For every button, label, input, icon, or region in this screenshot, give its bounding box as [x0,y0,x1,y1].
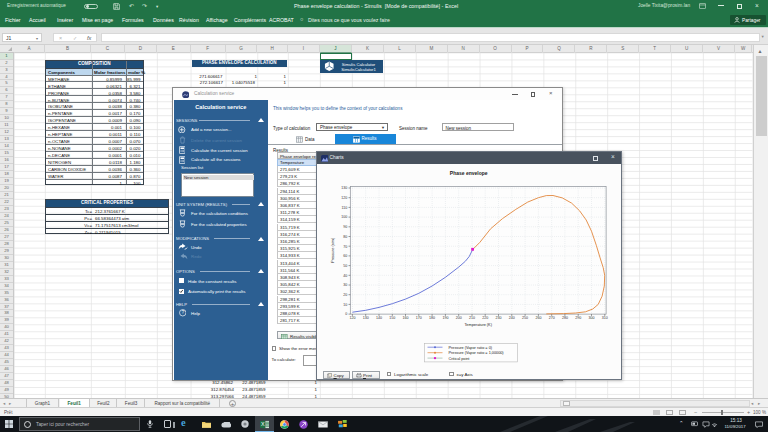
svg-text:Temperature (K): Temperature (K) [464,323,492,327]
svg-text:200: 200 [455,316,461,320]
svg-text:180: 180 [429,316,435,320]
svg-text:Pressure (atm): Pressure (atm) [331,237,335,263]
svg-text:140: 140 [376,316,382,320]
svg-text:120: 120 [341,196,347,200]
svg-text:300: 300 [588,316,594,320]
svg-text:100: 100 [341,215,347,219]
svg-text:270: 270 [548,316,554,320]
svg-text:60: 60 [343,254,347,258]
svg-text:230: 230 [495,316,501,320]
svg-text:50: 50 [343,264,347,268]
svg-text:110: 110 [341,206,347,210]
svg-text:210: 210 [469,316,475,320]
svg-text:120: 120 [349,316,355,320]
svg-text:80: 80 [343,235,347,239]
svg-text:130: 130 [341,186,347,190]
svg-text:240: 240 [508,316,514,320]
svg-text:Pressure (Vapor ratio = 1,0000: Pressure (Vapor ratio = 1,00000) [448,351,504,355]
svg-text:20: 20 [343,293,347,297]
svg-text:Pressure (Vapor ratio = 0): Pressure (Vapor ratio = 0) [448,346,492,350]
svg-text:Critical point: Critical point [448,357,470,361]
svg-text:190: 190 [442,316,448,320]
svg-text:290: 290 [575,316,581,320]
svg-text:?: ? [181,310,184,315]
svg-text:X: X [261,421,265,427]
svg-text:0: 0 [345,312,347,316]
svg-text:40: 40 [343,274,347,278]
svg-text:260: 260 [535,316,541,320]
svg-text:150: 150 [389,316,395,320]
svg-text:220: 220 [482,316,488,320]
svg-text:70: 70 [343,245,347,249]
svg-text:250: 250 [522,316,528,320]
svg-text:90: 90 [343,225,347,229]
svg-text:160: 160 [402,316,408,320]
svg-text:280: 280 [561,316,567,320]
svg-text:170: 170 [415,316,421,320]
svg-text:30: 30 [343,283,347,287]
svg-text:10: 10 [343,303,347,307]
svg-text:310: 310 [601,316,607,320]
svg-text:130: 130 [362,316,368,320]
